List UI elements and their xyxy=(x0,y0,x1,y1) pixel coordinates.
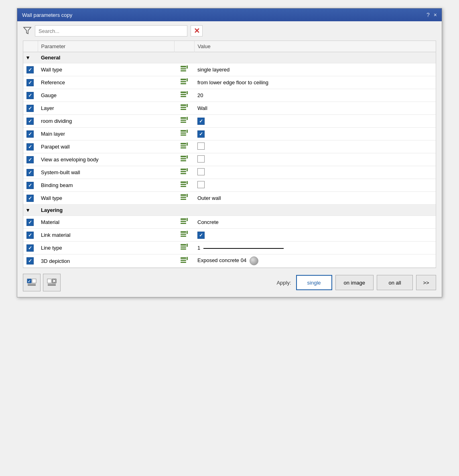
svg-rect-11 xyxy=(181,96,186,97)
btn-single[interactable]: single xyxy=(296,275,332,290)
section-row: ▾ Layering xyxy=(23,205,436,216)
table-row: ✓Wall type Outer wall xyxy=(23,192,436,205)
svg-rect-45 xyxy=(181,218,186,220)
svg-rect-24 xyxy=(187,130,188,133)
row-icon-cell xyxy=(174,192,194,205)
row-value-cell: from lower edge floor to ceiling xyxy=(194,76,436,89)
svg-rect-12 xyxy=(187,91,188,94)
svg-rect-41 xyxy=(181,194,186,196)
col-header-check xyxy=(23,41,38,52)
row-param-label: Reference xyxy=(38,76,174,89)
svg-rect-34 xyxy=(181,171,186,172)
svg-rect-39 xyxy=(181,186,186,187)
row-icon-cell xyxy=(174,254,194,268)
row-param-label: Parapet wall xyxy=(38,140,174,153)
filter-icon xyxy=(23,26,32,37)
svg-rect-37 xyxy=(181,181,186,183)
row-checkbox-cell[interactable]: ✓ xyxy=(23,254,38,268)
row-checkbox-cell[interactable]: ✓ xyxy=(23,153,38,166)
svg-rect-54 xyxy=(181,246,186,248)
row-checkbox-cell[interactable]: ✓ xyxy=(23,242,38,254)
row-checkbox-cell[interactable]: ✓ xyxy=(23,63,38,76)
row-checkbox-cell[interactable]: ✓ xyxy=(23,115,38,128)
row-icon-cell xyxy=(174,115,194,128)
col-header-value: Value xyxy=(194,41,436,52)
section-chevron-cell: ▾ xyxy=(23,205,38,216)
help-button[interactable]: ? xyxy=(427,12,430,18)
section-chevron-cell: ▾ xyxy=(23,52,38,63)
window-title: Wall parameters copy xyxy=(22,12,72,18)
row-checkbox-cell[interactable]: ✓ xyxy=(23,192,38,205)
footer-left-buttons: ✓ xyxy=(23,274,61,291)
table-row: ✓Gauge 20 xyxy=(23,89,436,102)
check-all-button[interactable]: ✓ xyxy=(23,274,41,291)
row-value-cell: Outer wall xyxy=(194,192,436,205)
params-table: Parameter Value ▾ General ✓Wall type sin… xyxy=(23,41,436,268)
svg-rect-1 xyxy=(181,66,186,67)
svg-rect-35 xyxy=(181,173,186,174)
svg-rect-51 xyxy=(181,236,186,237)
uncheck-all-button[interactable] xyxy=(43,274,61,291)
close-button[interactable]: × xyxy=(434,12,437,18)
svg-rect-60 xyxy=(187,257,188,260)
btn-next[interactable]: >> xyxy=(416,275,436,290)
row-value-cell: single layered xyxy=(194,63,436,76)
svg-rect-32 xyxy=(187,155,188,159)
svg-rect-7 xyxy=(181,83,186,84)
main-window: Wall parameters copy ? × ✕ Parameter Val… xyxy=(17,8,442,297)
row-value-cell: Exposed concrete 04 xyxy=(194,254,436,268)
svg-rect-48 xyxy=(187,218,188,221)
row-checkbox-cell[interactable]: ✓ xyxy=(23,89,38,102)
svg-rect-63 xyxy=(32,279,36,283)
svg-rect-36 xyxy=(187,168,188,171)
row-checkbox-cell[interactable]: ✓ xyxy=(23,140,38,153)
btn-on-image[interactable]: on image xyxy=(335,275,374,290)
svg-rect-18 xyxy=(181,120,186,121)
material-ball xyxy=(250,256,258,265)
row-value-cell[interactable]: ✓ xyxy=(194,229,436,242)
row-checkbox-cell[interactable]: ✓ xyxy=(23,128,38,140)
title-bar: Wall parameters copy ? × xyxy=(17,8,442,21)
row-icon-cell xyxy=(174,89,194,102)
section-title: Layering xyxy=(38,205,436,216)
svg-rect-57 xyxy=(181,257,186,259)
section-row: ▾ General xyxy=(23,52,436,63)
btn-on-all[interactable]: on all xyxy=(377,275,413,290)
svg-text:✓: ✓ xyxy=(28,279,31,283)
row-value-cell[interactable]: ✓ xyxy=(194,128,436,140)
clear-search-button[interactable]: ✕ xyxy=(191,25,203,37)
svg-rect-13 xyxy=(181,104,186,106)
row-param-label: Line type xyxy=(38,242,174,254)
row-checkbox-cell[interactable]: ✓ xyxy=(23,76,38,89)
row-param-label: Layer xyxy=(38,102,174,115)
row-value-cell: 1 xyxy=(194,242,436,254)
svg-rect-28 xyxy=(187,142,188,146)
apply-label: Apply: xyxy=(276,280,291,286)
row-icon-cell xyxy=(174,128,194,140)
row-value-cell[interactable] xyxy=(194,166,436,179)
row-param-label: Binding beam xyxy=(38,179,174,192)
svg-rect-38 xyxy=(181,184,186,185)
row-checkbox-cell[interactable]: ✓ xyxy=(23,179,38,192)
row-checkbox-cell[interactable]: ✓ xyxy=(23,229,38,242)
row-value-cell: Concrete xyxy=(194,216,436,229)
svg-rect-53 xyxy=(181,244,186,246)
svg-rect-46 xyxy=(181,221,186,222)
row-value-cell[interactable] xyxy=(194,179,436,192)
row-param-label: Material xyxy=(38,216,174,229)
row-param-label: Link material xyxy=(38,229,174,242)
row-checkbox-cell[interactable]: ✓ xyxy=(23,102,38,115)
row-checkbox-cell[interactable]: ✓ xyxy=(23,166,38,179)
row-value-cell[interactable] xyxy=(194,140,436,153)
row-icon-cell xyxy=(174,153,194,166)
svg-rect-43 xyxy=(181,199,186,200)
svg-rect-15 xyxy=(181,109,186,110)
row-checkbox-cell[interactable]: ✓ xyxy=(23,216,38,229)
svg-rect-20 xyxy=(187,117,188,120)
svg-rect-22 xyxy=(181,132,186,134)
search-input[interactable] xyxy=(35,25,187,37)
row-value-cell[interactable]: ✓ xyxy=(194,115,436,128)
svg-rect-14 xyxy=(181,107,186,108)
svg-rect-66 xyxy=(47,279,51,283)
row-value-cell[interactable] xyxy=(194,153,436,166)
